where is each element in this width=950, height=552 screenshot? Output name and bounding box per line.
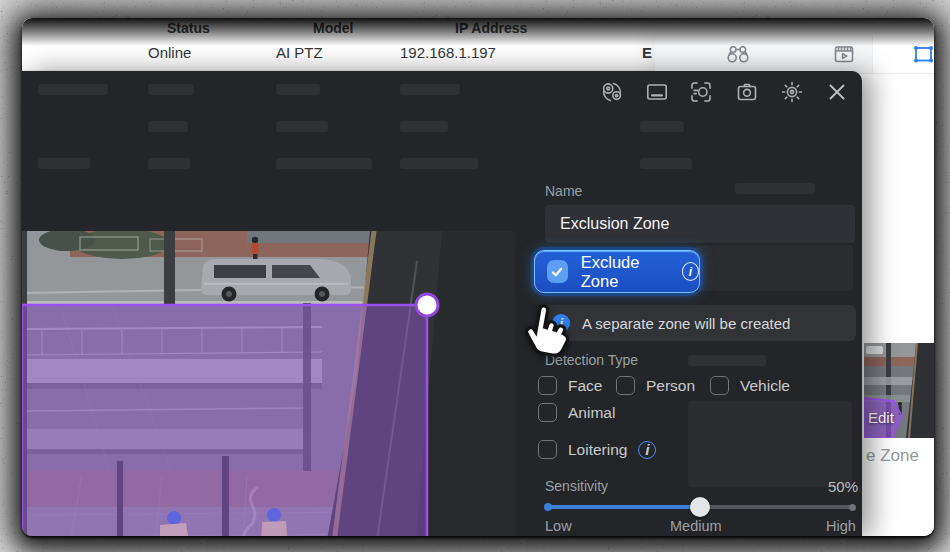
mark-low: Low [545, 518, 572, 534]
vehicle-label: Vehicle [740, 377, 790, 395]
edit-button[interactable]: Edit [868, 409, 894, 426]
ghost-row [38, 158, 90, 169]
ghost-row [276, 158, 372, 169]
loitering-info-icon[interactable]: i [638, 441, 656, 459]
detection-type-label: Detection Type [545, 352, 638, 368]
checkmark-icon [550, 265, 564, 279]
slider-thumb[interactable] [690, 497, 710, 517]
animal-checkbox[interactable] [538, 403, 557, 422]
ghost-row [276, 121, 328, 132]
column-header-status: Status [167, 20, 210, 36]
zone-tool-icon[interactable] [912, 42, 934, 66]
checkbox-face[interactable]: Face [538, 376, 602, 395]
notice-text: A separate zone will be created [582, 315, 790, 332]
settings-gear-icon[interactable] [780, 80, 804, 104]
zone-list-item-label[interactable]: e Zone [866, 446, 919, 466]
ghost-row [148, 121, 188, 132]
face-label: Face [568, 377, 602, 395]
column-header-model: Model [313, 20, 353, 36]
zone-editor-modal: Name Exclude Zone i i A separate zone wi… [22, 71, 862, 536]
checkbox-loitering[interactable]: Loitering i [538, 440, 656, 459]
ghost-row [148, 158, 190, 169]
ghost-row [148, 84, 194, 95]
video-clips-icon[interactable] [832, 42, 856, 66]
snapshot-icon[interactable] [735, 80, 759, 104]
close-icon[interactable] [825, 80, 849, 104]
zone-thumbnail-card[interactable]: Edit [864, 343, 934, 438]
checkbox-person[interactable]: Person [616, 376, 695, 395]
ghost-label [688, 355, 766, 366]
ghost-thumbnail [695, 245, 853, 291]
slider-min-dot [544, 503, 552, 511]
ghost-row [38, 84, 108, 95]
camera-view[interactable] [22, 231, 515, 536]
sensitivity-value: 50% [828, 478, 858, 495]
exclusion-zone-shape [22, 305, 427, 536]
checkbox-animal[interactable]: Animal [538, 403, 615, 422]
sensitivity-slider[interactable] [545, 505, 855, 509]
slider-max-dot [849, 504, 856, 511]
auto-track-icon[interactable] [689, 80, 713, 104]
person-checkbox[interactable] [616, 376, 635, 395]
mark-high: High [826, 518, 856, 534]
checkbox-vehicle[interactable]: Vehicle [710, 376, 790, 395]
ghost-row [276, 84, 320, 95]
ghost-row [640, 158, 692, 169]
separate-zone-notice: i A separate zone will be created [540, 305, 856, 341]
exclude-zone-checkbox[interactable] [547, 260, 568, 283]
animal-label: Animal [568, 404, 615, 422]
zone-name-input[interactable] [545, 205, 855, 243]
slider-fill [545, 505, 700, 509]
person-label: Person [646, 377, 695, 395]
ghost-thumbnail [688, 401, 852, 487]
cell-model: AI PTZ [276, 44, 323, 61]
mark-medium: Medium [670, 518, 722, 534]
ghost-row [400, 158, 478, 169]
cell-ip: 192.168.1.197 [400, 44, 496, 61]
ghost-row [400, 84, 460, 95]
screenshot-stage: Status Model IP Address Online AI PTZ 19… [0, 0, 950, 552]
binoculars-icon[interactable] [726, 42, 750, 66]
face-checkbox[interactable] [538, 376, 557, 395]
vehicle-checkbox[interactable] [710, 376, 729, 395]
app-window: Status Model IP Address Online AI PTZ 19… [22, 18, 934, 536]
ghost-row [400, 121, 448, 132]
exclude-zone-info-icon[interactable]: i [682, 262, 699, 281]
loitering-checkbox[interactable] [538, 440, 557, 459]
osd-icon[interactable] [645, 80, 669, 104]
column-header-ip: IP Address [455, 20, 527, 36]
zone-handle-top-right [416, 294, 438, 316]
sensitivity-label: Sensitivity [545, 478, 608, 494]
camera-scene [22, 231, 515, 536]
ptz-sync-icon[interactable] [600, 80, 624, 104]
exclude-zone-label: Exclude Zone [581, 253, 672, 291]
ghost-row [640, 121, 684, 132]
notice-info-icon: i [552, 314, 570, 332]
loitering-label: Loitering [568, 441, 627, 459]
exclude-zone-toggle[interactable]: Exclude Zone i [534, 250, 700, 293]
ghost-label [735, 183, 815, 194]
status-badge: E [642, 44, 652, 61]
name-label: Name [545, 183, 582, 199]
panel-tab-bar [655, 34, 934, 74]
cell-status: Online [148, 44, 191, 61]
